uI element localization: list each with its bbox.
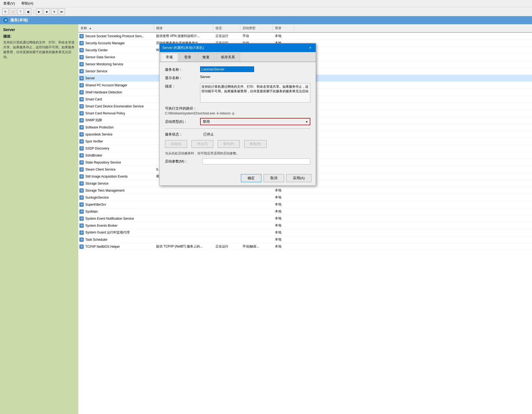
service-row[interactable]: SysMain 本地 xyxy=(78,208,532,215)
server-description: 支持此计算机通过网络的文件、打印、和命名管道共享。如果服务停止，这些功能不可用。… xyxy=(3,40,75,59)
service-name-text: SunloginService xyxy=(85,196,109,199)
status-label: 服务状态： xyxy=(165,132,200,137)
service-name-input[interactable] xyxy=(200,66,254,72)
service-icon xyxy=(79,48,84,52)
service-icon xyxy=(79,174,84,179)
stop-btn[interactable]: 停止(T) xyxy=(191,140,213,148)
col-header-status[interactable]: 状态 xyxy=(213,25,240,31)
dialog-title: Server 的属性(本地计算机) xyxy=(162,45,204,50)
menu-help[interactable]: 帮助(H) xyxy=(20,1,34,6)
service-icon xyxy=(79,188,84,193)
service-startup-cell: 手动 xyxy=(240,33,273,39)
desc-textarea[interactable]: 支持此计算机通过网络的文件、打印、和命名管道共享。如果服务停止，这些功能不可用。… xyxy=(200,83,310,103)
tab-login[interactable]: 登录 xyxy=(179,53,196,62)
cancel-btn[interactable]: 取消 xyxy=(264,174,284,182)
service-icon xyxy=(79,125,84,130)
properties-dialog[interactable]: Server 的属性(本地计算机) × 常规 登录 恢复 依存关系 服务名称： xyxy=(159,43,316,186)
startup-select-wrapper: 禁用 手动 自动 自动(延迟启动) ▼ xyxy=(200,118,310,125)
service-name-cell: Software Protection xyxy=(78,125,154,130)
service-startup-cell xyxy=(240,239,273,240)
col-header-login[interactable]: 登录 xyxy=(273,25,294,31)
menu-view[interactable]: 查看(V) xyxy=(2,1,16,6)
tab-dependencies[interactable]: 依存关系 xyxy=(216,53,240,62)
service-name-text: Server xyxy=(85,76,95,80)
apply-btn[interactable]: 应用(A) xyxy=(286,174,311,182)
service-row[interactable]: System Events Broker 本地 xyxy=(78,222,532,229)
service-name-cell: Smart Card xyxy=(78,97,154,102)
services-header-title: 服务(本地) xyxy=(10,18,28,23)
tab-general[interactable]: 常规 xyxy=(161,53,178,62)
service-icon xyxy=(79,97,84,101)
service-icon xyxy=(79,237,84,242)
toolbar-step-btn[interactable]: ⏭ xyxy=(59,8,65,15)
status-value: 已停止 xyxy=(203,132,214,137)
service-name-text: Storage Tiers Management xyxy=(85,189,124,192)
desc-form-label: 描述： xyxy=(165,83,200,89)
service-login-cell: 本地 xyxy=(273,244,294,249)
toolbar-pause-btn[interactable]: ⏸ xyxy=(51,8,58,15)
param-input[interactable] xyxy=(202,158,310,164)
service-status-cell xyxy=(213,225,240,226)
service-row[interactable]: Task Scheduler 本地 xyxy=(78,236,532,243)
ok-btn[interactable]: 确定 xyxy=(241,174,261,182)
service-name-cell: Secure Socket Tunneling Protocol Serv... xyxy=(78,33,154,39)
toolbar-play-btn[interactable]: ▶ xyxy=(36,8,42,15)
col-header-name[interactable]: 名称 ▲ xyxy=(78,25,154,31)
service-name-cell: TCP/IP NetBIOS Helper xyxy=(78,244,154,249)
service-name-text: Sensor Service xyxy=(85,69,107,73)
service-name-text: Spot Verifier xyxy=(85,140,103,143)
service-login-cell: 本地 xyxy=(273,195,294,200)
service-desc-cell xyxy=(154,197,213,198)
main-window: 查看(V) 帮助(H) ↻ 📋 ? ▣ ▶ ■ ⏸ ⏭ ⚙ 服务(本地) Ser… xyxy=(0,0,532,414)
service-desc-cell xyxy=(154,218,213,219)
display-name-label: 显示名称： xyxy=(165,75,200,80)
service-icon xyxy=(79,223,84,228)
service-status-cell xyxy=(213,204,240,205)
service-row[interactable]: SuperKillerSrv 本地 xyxy=(78,201,532,208)
col-header-desc[interactable]: 描述 xyxy=(154,25,213,31)
service-name-row: 服务名称： xyxy=(165,66,310,72)
service-name-text: SNMP 陷阱 xyxy=(85,118,102,123)
action-buttons: 启动(S) 停止(T) 暂停(P) 恢复(R) xyxy=(165,140,310,148)
toolbar-doc-btn[interactable]: 📋 xyxy=(10,8,16,15)
service-name-cell: Sensor Service xyxy=(78,69,154,74)
service-row[interactable]: TCP/IP NetBIOS Helper 提供 TCP/IP (NetBT) … xyxy=(78,243,532,250)
service-icon xyxy=(79,118,84,123)
service-status-cell xyxy=(213,239,240,240)
service-name-text: SuperKillerSrv xyxy=(85,203,106,206)
display-name-row: 显示名称： Server xyxy=(165,75,310,80)
service-icon xyxy=(79,41,84,45)
tab-recovery[interactable]: 恢复 xyxy=(197,53,215,62)
service-row[interactable]: System Guard 运行时监视代理 本地 xyxy=(78,229,532,236)
service-name-text: System Events Broker xyxy=(85,224,117,228)
toolbar-refresh-btn[interactable]: ↻ xyxy=(2,8,9,15)
toolbar-stop-btn[interactable]: ■ xyxy=(43,8,50,15)
dialog-body: 服务名称： 显示名称： Server 描述： 支持此计算机通过网络的文件、打印、… xyxy=(160,62,316,172)
service-row[interactable]: Secure Socket Tunneling Protocol Serv...… xyxy=(78,33,532,40)
service-row[interactable]: System Event Notification Service 本地 xyxy=(78,215,532,222)
service-name-text: Smart Card Device Enumeration Service xyxy=(85,104,144,108)
service-icon xyxy=(79,202,84,207)
service-name-cell: Still Image Acquisition Events xyxy=(78,174,154,179)
service-login-cell: 本地 xyxy=(273,209,294,214)
service-name-cell: Storage Tiers Management xyxy=(78,188,154,193)
resume-btn[interactable]: 恢复(R) xyxy=(244,140,267,148)
service-name-text: Security Center xyxy=(85,48,108,52)
service-icon xyxy=(79,167,84,172)
col-header-startup[interactable]: 启动类型 xyxy=(240,25,273,31)
start-btn[interactable]: 启动(S) xyxy=(165,140,187,148)
service-name-text: System Guard 运行时监视代理 xyxy=(85,230,130,235)
service-login-cell: 本地 xyxy=(273,202,294,207)
service-row[interactable]: Storage Tiers Management 本地 xyxy=(78,187,532,194)
toolbar-panel-btn[interactable]: ▣ xyxy=(25,8,31,15)
service-name-cell: SSDP Discovery xyxy=(78,146,154,151)
service-icon xyxy=(79,153,84,158)
startup-type-select[interactable]: 禁用 手动 自动 自动(延迟启动) xyxy=(201,118,310,125)
dialog-footer: 确定 取消 应用(A) xyxy=(160,172,316,185)
service-name-cell: Sensor Data Service xyxy=(78,55,154,60)
dialog-close-btn[interactable]: × xyxy=(308,45,313,50)
toolbar-help-btn[interactable]: ? xyxy=(17,8,24,15)
menubar: 查看(V) 帮助(H) xyxy=(0,0,532,7)
service-row[interactable]: SunloginService 本地 xyxy=(78,194,532,201)
pause-btn[interactable]: 暂停(P) xyxy=(218,140,240,148)
